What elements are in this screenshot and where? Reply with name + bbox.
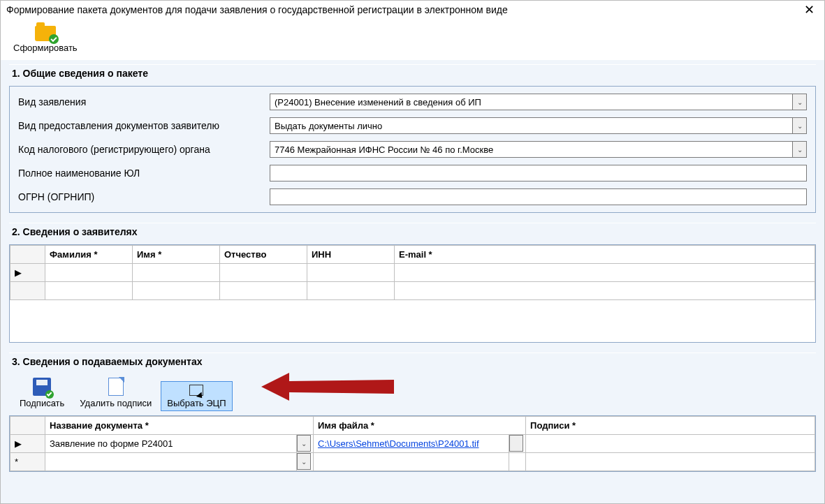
row-ogrn: ОГРН (ОГРНИП) [18, 188, 807, 205]
svg-marker-0 [261, 373, 394, 401]
documents-header-row: Название документа * Имя файла * Подписи… [10, 416, 815, 434]
cell-middlename[interactable] [220, 264, 307, 282]
section-documents-title: 3. Сведения о подаваемых документах [12, 356, 816, 367]
window-title: Формирование пакета документов для подач… [6, 4, 508, 15]
cell-firstname[interactable] [133, 264, 220, 282]
dropdown-app-type[interactable]: ⌄ [793, 94, 807, 110]
applicants-header-row: Фамилия * Имя * Отчество ИНН E-mail * [10, 246, 815, 264]
page-icon [108, 378, 124, 396]
input-delivery[interactable] [270, 117, 793, 134]
dropdown-tax-code[interactable]: ⌄ [793, 141, 807, 158]
content-area: 1. Общие сведения о пакете Вид заявления… [1, 60, 824, 503]
applicant-row[interactable]: ▶ [10, 264, 815, 282]
label-delivery: Вид предоставления документов заявителю [18, 120, 263, 131]
input-app-type[interactable] [270, 94, 793, 110]
input-ogrn[interactable] [270, 188, 807, 205]
doc-col-file[interactable]: Имя файла * [314, 416, 526, 434]
sign-button[interactable]: Подписать [13, 374, 71, 411]
grid-padding [10, 300, 815, 342]
label-full-name: Полное наименование ЮЛ [18, 168, 263, 179]
doc-file-browse[interactable] [509, 434, 526, 452]
applicants-grid[interactable]: Фамилия * Имя * Отчество ИНН E-mail * ▶ [9, 244, 816, 343]
file-link[interactable]: C:\Users\Sehmet\Documents\P24001.tif [318, 438, 479, 449]
row-delivery: Вид предоставления документов заявителю … [18, 117, 807, 134]
doc-new-indicator: * [10, 452, 45, 470]
section-documents: 3. Сведения о подаваемых документах Подп… [9, 353, 816, 472]
select-cursor-icon [189, 385, 203, 396]
cell-email[interactable] [395, 264, 815, 282]
document-row[interactable]: ▶ Заявление по форме Р24001 ⌄ C:\Users\S… [10, 434, 815, 452]
documents-toolbar: Подписать Удалить подписи Выбрать ЭЦП [13, 374, 816, 411]
section-general-title: 1. Общие сведения о пакете [12, 68, 816, 79]
annotation-arrow [261, 366, 394, 408]
browse-icon [509, 435, 523, 452]
dropdown-delivery[interactable]: ⌄ [793, 117, 807, 134]
col-lastname[interactable]: Фамилия * [45, 246, 133, 264]
form-package-button[interactable]: Сформировать [9, 24, 82, 54]
disk-check-icon [33, 378, 51, 396]
row-indicator: ▶ [10, 264, 45, 282]
doc-name-dropdown[interactable]: ⌄ [297, 434, 314, 452]
title-bar: Формирование пакета документов для подач… [1, 1, 824, 20]
remove-label: Удалить подписи [80, 398, 152, 408]
input-tax-code[interactable] [270, 141, 793, 158]
close-button[interactable]: ✕ [800, 3, 819, 16]
select-ecp-label: Выбрать ЭЦП [167, 398, 226, 408]
row-tax-code: Код налогового (регистрирующего) органа … [18, 141, 807, 158]
doc-file-cell[interactable]: C:\Users\Sehmet\Documents\P24001.tif [314, 434, 509, 452]
section-applicants-title: 2. Сведения о заявителях [12, 226, 816, 237]
doc-col-name[interactable]: Название документа * [45, 416, 314, 434]
col-inn[interactable]: ИНН [307, 246, 395, 264]
section-applicants: 2. Сведения о заявителях Фамилия * Имя *… [9, 223, 816, 343]
chevron-down-icon: ⌄ [297, 435, 311, 452]
app-window: Формирование пакета документов для подач… [0, 0, 825, 504]
general-panel: Вид заявления ⌄ Вид предоставления докум… [9, 86, 816, 213]
doc-row-indicator: ▶ [10, 434, 45, 452]
label-tax-code: Код налогового (регистрирующего) органа [18, 144, 263, 155]
doc-sign-new[interactable] [526, 452, 815, 470]
col-firstname[interactable]: Имя * [133, 246, 220, 264]
doc-col-selector [10, 416, 45, 434]
form-package-label: Сформировать [13, 43, 78, 53]
documents-grid[interactable]: Название документа * Имя файла * Подписи… [9, 415, 816, 472]
doc-col-sign[interactable]: Подписи * [526, 416, 815, 434]
row-full-name: Полное наименование ЮЛ [18, 165, 807, 181]
cell-inn[interactable] [307, 264, 395, 282]
label-app-type: Вид заявления [18, 96, 263, 108]
input-full-name[interactable] [270, 165, 807, 181]
applicant-empty-row[interactable] [10, 282, 815, 300]
label-ogrn: ОГРН (ОГРНИП) [18, 191, 263, 202]
doc-sign-cell[interactable] [526, 434, 815, 452]
select-ecp-button[interactable]: Выбрать ЭЦП [161, 381, 232, 411]
row-app-type: Вид заявления ⌄ [18, 94, 807, 110]
col-middlename[interactable]: Отчество [220, 246, 307, 264]
cell-lastname[interactable] [45, 264, 133, 282]
col-selector [10, 246, 45, 264]
section-general: 1. Общие сведения о пакете Вид заявления… [9, 64, 816, 213]
remove-signatures-button[interactable]: Удалить подписи [73, 374, 158, 411]
folder-check-icon [35, 26, 56, 41]
main-toolbar: Сформировать [1, 20, 824, 60]
doc-file-new[interactable] [314, 452, 509, 470]
chevron-down-icon: ⌄ [297, 453, 311, 470]
col-email[interactable]: E-mail * [395, 246, 815, 264]
doc-name-cell[interactable]: Заявление по форме Р24001 [45, 434, 297, 452]
doc-name-dropdown-new[interactable]: ⌄ [297, 452, 314, 470]
sign-label: Подписать [20, 398, 64, 408]
doc-name-new[interactable] [45, 452, 297, 470]
document-new-row[interactable]: * ⌄ [10, 452, 815, 470]
